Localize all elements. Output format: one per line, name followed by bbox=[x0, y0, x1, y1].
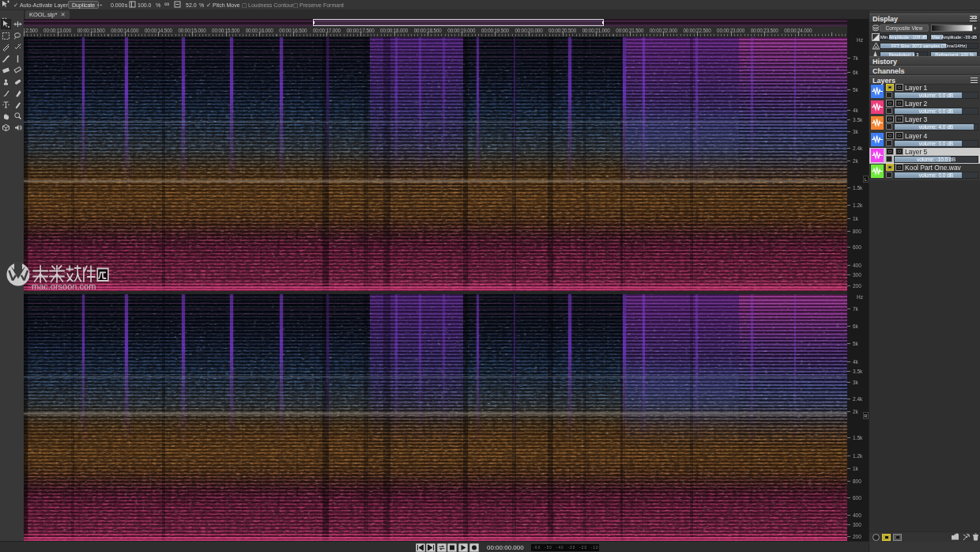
svg-text:mac.orsoon.com: mac.orsoon.com bbox=[32, 282, 96, 291]
